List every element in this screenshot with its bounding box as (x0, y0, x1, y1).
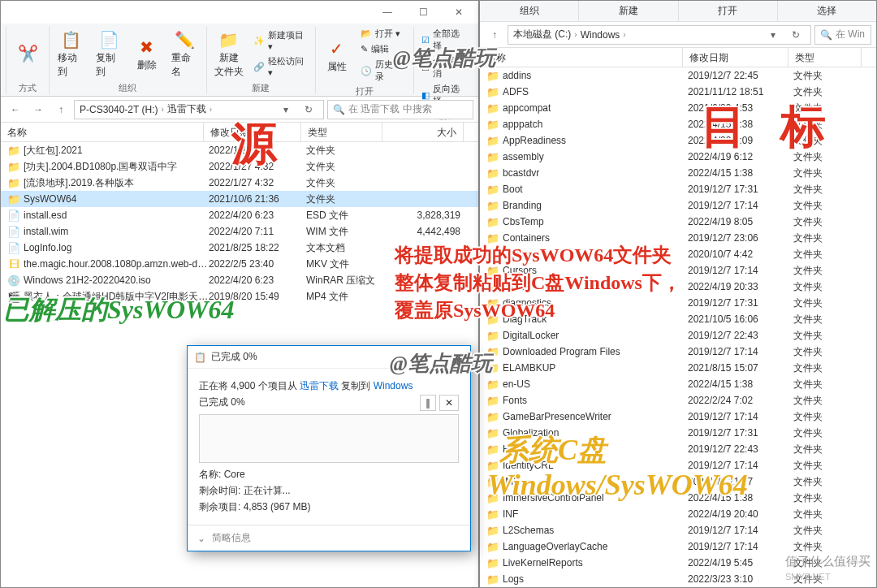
easyaccess-button[interactable]: 🔗轻松访问 ▾ (251, 54, 310, 79)
file-row[interactable]: 📄 install.wim 2022/4/20 7:11 WIM 文件 4,44… (1, 223, 478, 240)
close-button[interactable]: ✕ (441, 1, 477, 24)
file-row[interactable]: 📁 ADFS 2021/11/12 18:51 文件夹 (480, 84, 876, 100)
newitem-button[interactable]: ✨新建项目 ▾ (251, 28, 310, 53)
file-row[interactable]: 📁 debug 2022/4/19 20:33 文件夹 (480, 279, 876, 295)
file-row[interactable]: 📁 assembly 2022/4/19 6:12 文件夹 (480, 149, 876, 165)
dropdown-button[interactable]: ▾ (276, 100, 296, 119)
folder-icon: 📂 (361, 28, 372, 39)
cut-button[interactable]: ✂️ (11, 27, 44, 80)
breadcrumb[interactable]: P-CS3040-2T (H:) › 迅雷下载 › ▾ ↻ (74, 100, 324, 119)
up-button[interactable]: ↑ (51, 100, 71, 119)
source-link[interactable]: 迅雷下载 (300, 380, 339, 391)
file-row[interactable]: 📁 Fonts 2022/2/24 7:02 文件夹 (480, 392, 876, 409)
file-row[interactable]: 📁 Branding 2019/12/7 17:14 文件夹 (480, 197, 876, 214)
file-row[interactable]: 📁 ELAMBKUP 2021/8/15 15:07 文件夹 (480, 360, 876, 376)
file-icon: 📄 (7, 241, 20, 254)
file-row[interactable]: 📁 Cursors 2019/12/7 17:14 文件夹 (480, 262, 876, 279)
dropdown-button[interactable]: ▾ (763, 25, 783, 45)
search-input[interactable]: 🔍 在 Win (814, 25, 871, 45)
file-row[interactable]: 📁 [流浪地球].2019.各种版本 2022/1/27 4:32 文件夹 (1, 175, 478, 191)
copyto-button[interactable]: 📄复制到 (93, 27, 126, 80)
ribbon-group-label: 打开 (356, 84, 374, 97)
pause-button[interactable]: ‖ (420, 395, 436, 411)
history-button[interactable]: 🕓历史记录 (358, 58, 408, 84)
breadcrumb-folder[interactable]: Windows (581, 29, 620, 41)
file-row[interactable]: 📁 IME 2021/4/9 21:57 文件夹 (480, 473, 876, 490)
file-row[interactable]: 📁 Help 2019/12/7 22:43 文件夹 (480, 441, 876, 457)
file-row[interactable]: 📁 DiagTrack 2021/10/5 16:06 文件夹 (480, 311, 876, 327)
titlebar: — ☐ ✕ (1, 1, 478, 24)
more-details-button[interactable]: 简略信息 (212, 531, 251, 545)
file-row[interactable]: 📁 appcompat 2021/6/29 4:53 文件夹 (480, 100, 876, 116)
file-row[interactable]: 📁 Downloaded Program Files 2019/12/7 17:… (480, 344, 876, 360)
file-row[interactable]: 📁 apppatch 2022/4/15 1:38 文件夹 (480, 116, 876, 132)
file-icon: 📄 (7, 209, 20, 222)
file-date: 2021/10/6 21:36 (209, 193, 306, 205)
breadcrumb-folder[interactable]: 迅雷下载 (167, 102, 206, 116)
file-date: 2022/4/20 6:23 (209, 210, 306, 221)
properties-button[interactable]: ✓属性 (321, 27, 353, 84)
file-row[interactable]: 🎞 the.magic.hour.2008.1080p.amzn.web-dl.… (1, 256, 478, 272)
col-type[interactable]: 类型 (788, 48, 862, 67)
delete-button[interactable]: ✖删除 (131, 27, 163, 80)
open-button[interactable]: 📂打开 ▾ (358, 27, 408, 41)
ribbon-group-label: 新建 (252, 80, 270, 94)
edit-button[interactable]: ✎编辑 (358, 42, 408, 56)
file-row[interactable]: 📁 INF 2022/4/19 20:40 文件夹 (480, 506, 876, 522)
refresh-button[interactable]: ↻ (786, 25, 806, 45)
file-row[interactable]: 📁 CSC 2020/10/7 4:42 文件夹 (480, 246, 876, 262)
breadcrumb[interactable]: 本地磁盘 (C:) › Windows › ▾ ↻ (508, 25, 811, 45)
moveto-button[interactable]: 📋移动到 (54, 27, 88, 80)
file-row[interactable]: 📁 SysWOW64 2021/10/6 21:36 文件夹 (1, 191, 478, 207)
file-row[interactable]: 📁 AppReadiness 2022/4/20 6:09 文件夹 (480, 132, 876, 149)
col-type[interactable]: 类型 (301, 123, 382, 141)
file-row[interactable]: 📁 [功夫].2004.BD1080p.国粤双语中字 2022/1/27 4:3… (1, 158, 478, 175)
refresh-button[interactable]: ↻ (299, 100, 318, 119)
file-row[interactable]: 📁 L2Schemas 2019/12/7 17:14 文件夹 (480, 522, 876, 538)
file-date: 2022/4/20 7:11 (209, 226, 306, 237)
up-button[interactable]: ↑ (485, 25, 504, 45)
file-row[interactable]: 📄 install.esd 2022/4/20 6:23 ESD 文件 3,82… (1, 207, 478, 223)
file-row[interactable]: 📁 Globalization 2019/12/7 17:31 文件夹 (480, 425, 876, 441)
file-row[interactable]: 📁 DigitalLocker 2019/12/7 22:43 文件夹 (480, 327, 876, 344)
cancel-button[interactable]: ✕ (439, 395, 459, 411)
file-row[interactable]: 📁 Boot 2019/12/7 17:31 文件夹 (480, 181, 876, 197)
file-row[interactable]: 🎬 黑衣人：全球通缉HD韩版中字V2[电影天堂dy2... 2019/8/20 … (1, 288, 478, 305)
minimize-button[interactable]: — (369, 1, 405, 24)
file-row[interactable]: 📁 en-US 2022/4/15 1:38 文件夹 (480, 376, 876, 392)
sparkle-icon: ✨ (253, 36, 265, 46)
file-row[interactable]: 📁 GameBarPresenceWriter 2019/12/7 17:14 … (480, 409, 876, 425)
selectall-button[interactable]: ☑全部选择 (419, 27, 469, 53)
selectnone-button[interactable]: ☐全部取消 (419, 54, 469, 80)
maximize-button[interactable]: ☐ (405, 1, 441, 24)
file-row[interactable]: 📁 Containers 2019/12/7 23:06 文件夹 (480, 230, 876, 246)
back-button[interactable]: ← (6, 100, 25, 119)
file-row[interactable]: 📁 [大红包].2021 2022/1/27 4:32 文件夹 (1, 142, 478, 158)
col-name[interactable]: 名称 (480, 48, 683, 67)
rename-button[interactable]: ✏️重命名 (168, 27, 201, 80)
file-row[interactable]: 📁 CbsTemp 2022/4/19 8:05 文件夹 (480, 214, 876, 230)
forward-button[interactable]: → (28, 100, 48, 119)
file-row[interactable]: 📁 IdentityCRL 2019/12/7 17:14 文件夹 (480, 457, 876, 473)
col-size[interactable]: 大小 (382, 123, 464, 141)
file-row[interactable]: 📁 diagnostics 2019/12/7 17:31 文件夹 (480, 295, 876, 311)
file-row[interactable]: 📁 addins 2019/12/7 22:45 文件夹 (480, 67, 876, 84)
file-row[interactable]: 📁 ImmersiveControlPanel 2022/4/15 1:38 文… (480, 490, 876, 506)
file-row[interactable]: 📄 LogInfo.log 2021/8/25 18:22 文本文档 (1, 240, 478, 256)
breadcrumb-drive[interactable]: 本地磁盘 (C:) (513, 28, 571, 41)
breadcrumb-drive[interactable]: P-CS3040-2T (H:) (80, 104, 158, 115)
col-name[interactable]: 名称 (1, 123, 204, 141)
file-row[interactable]: 💿 Windows 21H2-20220420.iso 2022/4/20 6:… (1, 272, 478, 288)
folder-icon: 📁 (486, 475, 499, 488)
file-row[interactable]: 📁 bcastdvr 2022/4/15 1:38 文件夹 (480, 165, 876, 181)
search-input[interactable]: 🔍 在 迅雷下载 中搜索 (327, 100, 473, 119)
newfolder-button[interactable]: 📁新建 文件夹 (212, 27, 246, 80)
file-name: en-US (503, 378, 688, 390)
col-date[interactable]: 修改日期 (204, 123, 301, 141)
file-row[interactable]: 📁 LanguageOverlayCache 2019/12/7 17:14 文… (480, 538, 876, 555)
col-date[interactable]: 修改日期 (683, 48, 788, 67)
dialog-close-button[interactable]: ✕ (456, 352, 464, 363)
chevron-down-icon[interactable]: ⌄ (197, 533, 205, 544)
dest-link[interactable]: Windows (374, 380, 413, 391)
folder-icon: 📁 (486, 231, 499, 244)
